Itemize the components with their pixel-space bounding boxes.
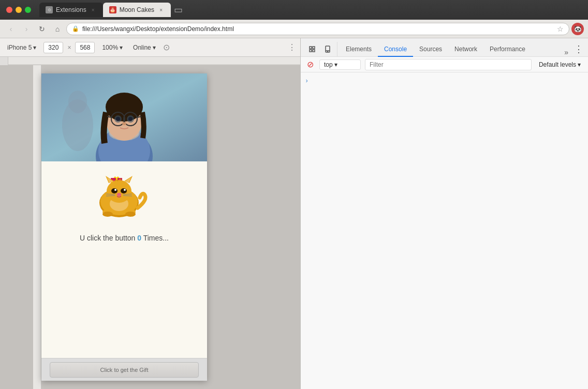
zoom-selector[interactable]: 100% ▾: [99, 43, 126, 52]
main-area: iPhone 5 ▾ × 100% ▾ Online ▾ ⊙ ⋮: [0, 38, 588, 389]
width-input[interactable]: [43, 42, 63, 53]
network-label: Online: [133, 44, 151, 51]
close-button[interactable]: [6, 7, 12, 13]
svg-point-20: [128, 117, 133, 121]
svg-rect-46: [313, 50, 315, 52]
extension-button[interactable]: 🐼: [571, 23, 584, 35]
photo-svg: [41, 73, 207, 161]
click-text-pre: U click the button: [80, 234, 135, 242]
ruler-vertical: [33, 65, 41, 389]
tab-sources-label: Sources: [419, 46, 442, 53]
page-content: U click the button 0 Times...: [41, 161, 207, 358]
tab-performance-label: Performance: [490, 46, 525, 53]
svg-rect-44: [313, 47, 315, 49]
touch-icon[interactable]: ⊙: [163, 42, 170, 52]
svg-rect-45: [310, 50, 312, 52]
network-dropdown-icon: ▾: [153, 44, 156, 51]
gift-button[interactable]: Click to get the Gift: [50, 362, 199, 378]
tab-performance[interactable]: Performance: [483, 42, 532, 57]
nav-right: 🐼: [571, 23, 584, 35]
svg-point-21: [122, 122, 126, 125]
tab-console-label: Console: [384, 46, 407, 53]
tab-moon-cakes[interactable]: 🎂 Moon Cakes ×: [103, 3, 171, 17]
tab-extensions[interactable]: ⚙ Extensions ×: [39, 3, 103, 17]
devtools-menu-button[interactable]: ⋮: [571, 42, 586, 56]
device-mode-button[interactable]: [320, 42, 335, 56]
zoom-label: 100%: [102, 44, 118, 51]
browser-panel: iPhone 5 ▾ × 100% ▾ Online ▾ ⊙ ⋮: [0, 38, 300, 389]
svg-point-36: [114, 189, 116, 191]
svg-point-4: [68, 91, 87, 113]
maximize-button[interactable]: [25, 7, 31, 13]
console-prompt-icon[interactable]: ›: [305, 78, 308, 85]
devtools-tabs-bar: Elements Console Sources Network Perform…: [301, 38, 588, 57]
tab-sources[interactable]: Sources: [413, 42, 448, 57]
clear-console-button[interactable]: ⊘: [305, 59, 315, 70]
svg-point-35: [121, 188, 127, 193]
console-filter-input[interactable]: [365, 59, 532, 70]
more-tabs-button[interactable]: »: [561, 48, 571, 56]
window-controls: [6, 7, 31, 13]
tab-console[interactable]: Console: [378, 42, 413, 57]
new-tab-icon: ▭: [174, 4, 183, 16]
tab-network-label: Network: [454, 46, 477, 53]
minimize-button[interactable]: [16, 7, 22, 13]
lock-icon: 🔒: [72, 25, 79, 32]
log-levels-selector[interactable]: Default levels ▾: [536, 60, 584, 69]
device-dropdown-icon: ▾: [33, 44, 36, 51]
new-tab-button[interactable]: ▭: [171, 3, 185, 17]
address-text: file:///Users/wangxi/Desktop/extensionDe…: [82, 25, 554, 33]
context-label: top: [324, 61, 333, 68]
back-button[interactable]: ‹: [4, 22, 18, 36]
forward-button[interactable]: ›: [20, 22, 33, 36]
devtools-toolbar-left: [303, 42, 337, 56]
devtools-panel: Elements Console Sources Network Perform…: [300, 38, 588, 389]
svg-point-49: [328, 51, 328, 52]
tab-close-extensions[interactable]: ×: [90, 6, 97, 13]
tab-network[interactable]: Network: [448, 42, 483, 57]
tab-close-moon-cakes[interactable]: ×: [157, 6, 165, 13]
context-selector[interactable]: top ▾: [319, 59, 361, 70]
svg-rect-0: [8, 57, 300, 65]
tab-label-extensions: Extensions: [56, 6, 86, 13]
tab-elements[interactable]: Elements: [340, 42, 378, 57]
svg-point-19: [116, 117, 120, 121]
console-output: ›: [301, 72, 588, 389]
console-prompt: ›: [305, 77, 584, 86]
navbar: ‹ › ↻ ⌂ 🔒 file:///Users/wangxi/Desktop/e…: [0, 20, 588, 38]
network-selector[interactable]: Online ▾: [130, 43, 159, 52]
inspect-element-button[interactable]: [305, 42, 319, 56]
svg-point-37: [124, 189, 126, 191]
tab-favicon-extensions: ⚙: [46, 6, 53, 13]
cat-svg: [88, 172, 150, 218]
tab-label-moon-cakes: Moon Cakes: [120, 6, 154, 13]
click-count: 0: [137, 234, 141, 242]
device-frame: U click the button 0 Times... Click to g…: [41, 73, 207, 381]
cat-illustration: [88, 172, 160, 223]
home-button[interactable]: ⌂: [51, 22, 64, 36]
dimension-separator: ×: [67, 44, 71, 51]
svg-point-32: [125, 212, 136, 217]
ruler-row: [8, 57, 300, 65]
tabs-bar: ⚙ Extensions × 🎂 Moon Cakes × ▭: [39, 3, 582, 17]
svg-point-33: [107, 180, 131, 203]
gift-button-label: Click to get the Gift: [100, 367, 149, 373]
tab-favicon-moon-cakes: 🎂: [109, 6, 116, 13]
height-input[interactable]: [75, 42, 95, 53]
ruler-corner: [0, 57, 8, 65]
svg-rect-43: [310, 47, 312, 49]
viewport-area: U click the button 0 Times... Click to g…: [0, 65, 300, 389]
click-text-post: Times...: [143, 234, 169, 242]
page-photo: [41, 73, 207, 161]
device-name: iPhone 5: [7, 44, 32, 51]
device-selector[interactable]: iPhone 5 ▾: [4, 43, 39, 52]
svg-point-38: [117, 193, 121, 196]
svg-point-31: [102, 212, 113, 217]
address-bar[interactable]: 🔒 file:///Users/wangxi/Desktop/extension…: [66, 23, 569, 35]
zoom-dropdown-icon: ▾: [120, 44, 123, 51]
titlebar: ⚙ Extensions × 🎂 Moon Cakes × ▭: [0, 0, 588, 20]
refresh-button[interactable]: ↻: [35, 22, 49, 36]
more-options-icon[interactable]: ⋮: [288, 42, 296, 52]
page-footer: Click to get the Gift: [41, 358, 207, 381]
bookmark-icon[interactable]: ☆: [557, 25, 564, 33]
